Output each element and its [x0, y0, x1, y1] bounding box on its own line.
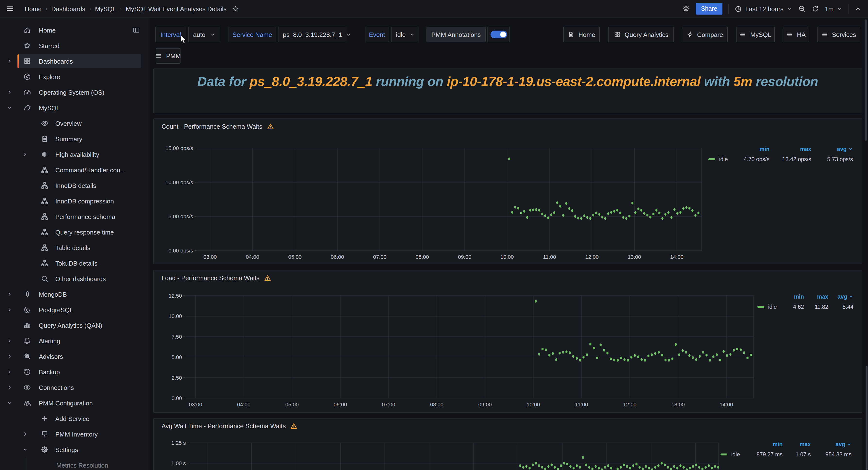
panel-title[interactable]: Count - Performance Schema Waits [161, 123, 262, 130]
sidebar-item-label: Dashboards [39, 58, 73, 65]
warning-icon[interactable] [290, 422, 298, 430]
query-analytics-button[interactable]: Query Analytics [609, 27, 674, 42]
legend-header-max[interactable]: max [800, 146, 811, 152]
sidebar-item-mongodb[interactable]: MongoDB [0, 287, 149, 302]
chart-plot: 15.00 ops/s10.00 ops/s5.00 ops/s0.00 ops… [154, 119, 862, 264]
sidebar-item-other-dashboards[interactable]: Other dashboards [0, 271, 149, 287]
legend-header-min[interactable]: min [773, 441, 783, 447]
sidebar-item-connections[interactable]: Connections [0, 380, 149, 395]
sidebar-item-overview[interactable]: Overview [0, 116, 149, 131]
sidebar-item-dashboards[interactable]: Dashboards [0, 53, 149, 69]
breadcrumb-item-dashboards[interactable]: Dashboards [51, 5, 85, 12]
sidebar-item-advisors[interactable]: Advisors [0, 349, 149, 364]
svg-text:5.00 ops/s: 5.00 ops/s [168, 213, 193, 219]
pmm-button[interactable]: PMM [156, 48, 181, 64]
service-name-dropdown[interactable]: ps_8.0_3.19.228.7_1 [278, 27, 347, 42]
sitemap-icon [41, 197, 49, 205]
legend-series-idle[interactable]: idle [757, 304, 777, 310]
legend-header-min[interactable]: min [760, 146, 770, 152]
sidebar-item-home[interactable]: Home [0, 22, 149, 38]
legend-header-avg[interactable]: avg [837, 294, 854, 300]
interval-dropdown[interactable]: auto [188, 27, 220, 42]
chevron-right-icon [7, 89, 12, 95]
service-name-label[interactable]: Service Name [228, 27, 276, 42]
breadcrumb-separator: › [45, 5, 47, 12]
pmm-button-label: PMM [166, 52, 181, 59]
sidebar-item-starred[interactable]: Starred [0, 38, 149, 53]
legend-series-idle[interactable]: idle [720, 451, 740, 458]
services-button[interactable]: Services [817, 27, 860, 42]
legend-header-max[interactable]: max [817, 294, 828, 300]
banner-segment: 5m [734, 74, 752, 89]
sidebar-item-label: Operating System (OS) [39, 89, 104, 96]
main-scrollbar[interactable] [865, 20, 867, 141]
sidebar-item-table-details[interactable]: Table details [0, 240, 149, 255]
chevron-right-icon [7, 58, 12, 64]
svg-text:14:00: 14:00 [670, 254, 683, 260]
panel-title[interactable]: Avg Wait Time - Performance Schema Waits [161, 422, 286, 430]
sidebar-item-high-availability[interactable]: High availability [0, 147, 149, 162]
zoom-out-icon[interactable] [798, 5, 806, 12]
breadcrumb-item-mysql[interactable]: MySQL [95, 5, 116, 12]
menu-toggle-button[interactable] [6, 4, 14, 13]
warning-icon[interactable] [264, 274, 271, 282]
doc-icon [568, 31, 575, 38]
sidebar-item-pmm-inventory[interactable]: PMM Inventory [0, 426, 149, 442]
refresh-icon[interactable] [812, 5, 819, 12]
sidebar-item-metrics-resolution[interactable]: Metrics Resolution [0, 458, 149, 470]
panel-toggle-icon[interactable] [132, 26, 140, 34]
breadcrumb-item-home[interactable]: Home [25, 5, 41, 12]
sidebar-item-label: Starred [39, 42, 59, 49]
legend-header-min[interactable]: min [794, 294, 804, 300]
sidebar-item-command-handler-cou[interactable]: Command/Handler cou... [0, 162, 149, 178]
legend-header-max[interactable]: max [800, 441, 811, 447]
sidebar-item-label: PostgreSQL [39, 306, 73, 314]
home-button[interactable]: Home [563, 27, 600, 42]
banner-segment: with [701, 74, 734, 89]
sidebar-item-add-service[interactable]: Add Service [0, 411, 149, 426]
sidebar-item-innodb-compression[interactable]: InnoDB compression [0, 193, 149, 209]
sidebar-item-backup[interactable]: Backup [0, 364, 149, 380]
sidebar-item-label: Command/Handler cou... [55, 166, 125, 174]
share-button[interactable]: Share [696, 3, 723, 14]
legend-header-avg[interactable]: avg [836, 441, 851, 447]
sidebar-item-postgresql[interactable]: PostgreSQL [0, 302, 149, 318]
svg-text:0.00: 0.00 [172, 395, 182, 401]
event-label[interactable]: Event [365, 27, 389, 42]
sidebar-item-performance-schema[interactable]: Performance schema [0, 209, 149, 224]
pmm-annotations-toggle[interactable] [487, 27, 510, 42]
sidebar-item-query-response-time[interactable]: Query response time [0, 224, 149, 240]
warning-icon[interactable] [267, 123, 274, 130]
svg-text:5.00: 5.00 [172, 354, 182, 360]
sidebar-scrollbar[interactable] [866, 366, 868, 470]
svg-text:03:00: 03:00 [189, 402, 202, 408]
sidebar-item-summary[interactable]: Summary [0, 131, 149, 147]
sidebar-item-operating-system-os[interactable]: Operating System (OS) [0, 85, 149, 100]
legend-header-avg[interactable]: avg [837, 146, 853, 152]
dashboard-settings-gear-icon[interactable] [682, 5, 690, 12]
time-range-picker[interactable]: Last 12 hours [735, 5, 792, 12]
sidebar-item-mysql[interactable]: MySQL [0, 100, 149, 116]
refresh-interval-dropdown[interactable]: 1m [825, 5, 842, 12]
menu-icon [740, 31, 746, 38]
event-dropdown[interactable]: idle [391, 27, 419, 42]
svg-text:08:00: 08:00 [415, 254, 429, 260]
sidebar-item-tokudb-details[interactable]: TokuDB details [0, 255, 149, 271]
pmm-icon [23, 399, 31, 407]
panel-title[interactable]: Load - Performance Schema Waits [161, 274, 259, 282]
compare-button[interactable]: Compare [682, 27, 728, 42]
mysql-button[interactable]: MySQL [736, 27, 775, 42]
sidebar-item-alerting[interactable]: Alerting [0, 333, 149, 349]
chevron-right-icon [7, 353, 12, 359]
chevron-up-icon[interactable] [855, 5, 861, 12]
sidebar-item-pmm-configuration[interactable]: PMM Configuration [0, 395, 149, 411]
legend-series-idle[interactable]: idle [708, 156, 728, 162]
sidebar-item-innodb-details[interactable]: InnoDB details [0, 178, 149, 193]
elephant-icon [23, 306, 31, 314]
sidebar-item-query-analytics-qan[interactable]: Query Analytics (QAN) [0, 318, 149, 333]
sidebar-item-settings[interactable]: Settings [0, 442, 149, 458]
sidebar-item-explore[interactable]: Explore [0, 69, 149, 85]
ha-button[interactable]: HA [783, 27, 809, 42]
favorite-star-button[interactable] [232, 5, 239, 12]
sidebar-item-label: Query Analytics (QAN) [39, 322, 102, 329]
